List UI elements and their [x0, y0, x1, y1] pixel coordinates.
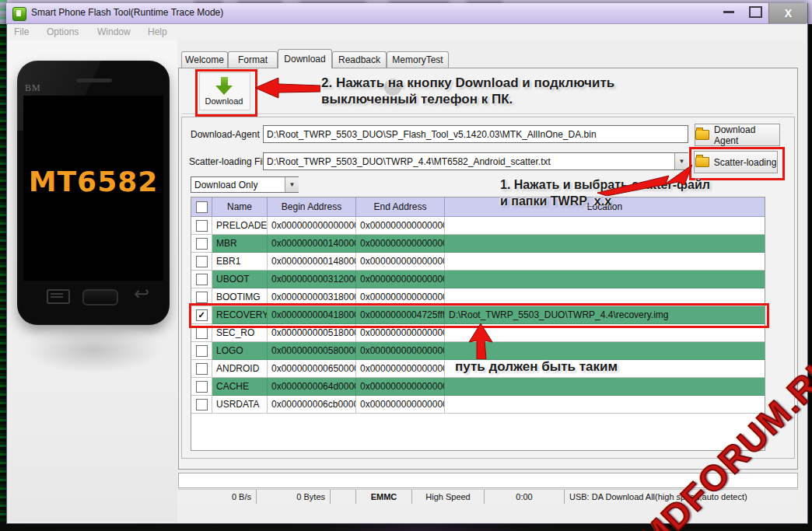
row-checkbox[interactable]	[196, 399, 208, 410]
phone-brand-label: BM	[25, 82, 41, 94]
status-storage: EMMC	[356, 490, 412, 504]
cell-begin-address: 0x0000000000000000	[268, 217, 356, 235]
cell-begin-address: 0x0000000001400000	[268, 235, 356, 253]
row-checkbox-cell	[191, 217, 212, 235]
row-checkbox[interactable]	[196, 274, 208, 285]
cell-name: CACHE	[212, 378, 268, 396]
cell-end-address: 0x0000000000000000	[356, 253, 445, 271]
row-checkbox[interactable]	[196, 256, 208, 267]
cell-end-address: 0x0000000000000000	[356, 378, 445, 396]
cell-name: LOGO	[212, 342, 268, 360]
table-row-uboot[interactable]: UBOOT0x00000000031200000x000000000000000…	[191, 271, 765, 288]
phone-chip-label: MT6582	[23, 166, 163, 197]
minimize-button[interactable]	[723, 11, 734, 13]
phone-screen: MT6582	[23, 96, 163, 281]
annotation-path-note: путь должен быть таким	[455, 359, 618, 375]
download-mode-select[interactable]	[191, 176, 299, 193]
annotation-step2-line2: выключенный телефон к ПК.	[321, 92, 513, 107]
header-begin[interactable]: Begin Address	[268, 197, 356, 216]
screenshot-root: Smart Phone Flash Tool(Runtime Trace Mod…	[0, 0, 812, 531]
annotation-arrow-to-recovery	[468, 323, 493, 359]
table-row-preloader[interactable]: PRELOADER0x00000000000000000x00000000000…	[191, 217, 765, 235]
cell-end-address: 0x0000000000000000	[356, 396, 445, 414]
cell-name: USRDATA	[212, 396, 268, 414]
download-agent-button-label: Download Agent	[714, 124, 779, 146]
table-header-row: Name Begin Address End Address Location	[191, 197, 765, 217]
download-agent-button[interactable]: Download Agent	[695, 124, 780, 146]
cell-name: ANDROID	[212, 360, 268, 378]
cell-location	[445, 253, 765, 271]
window-title: Smart Phone Flash Tool(Runtime Trace Mod…	[31, 7, 223, 18]
row-checkbox[interactable]	[196, 292, 208, 303]
scatter-file-label: Scatter-loading File	[189, 156, 269, 167]
download-agent-label: Download-Agent	[191, 129, 260, 140]
cell-end-address: 0x0000000000000000	[356, 217, 445, 235]
cell-name: MBR	[212, 235, 268, 253]
app-icon	[12, 7, 26, 21]
status-bytes: 0 Bytes	[257, 490, 331, 504]
row-checkbox[interactable]	[196, 327, 208, 339]
row-checkbox[interactable]	[196, 220, 208, 232]
maximize-button[interactable]	[749, 6, 762, 18]
select-all-checkbox-cell[interactable]	[191, 197, 212, 216]
row-checkbox[interactable]	[196, 238, 208, 250]
row-checkbox-cell	[191, 342, 212, 360]
row-checkbox[interactable]	[196, 345, 208, 357]
cell-location	[445, 235, 765, 253]
tab-welcome[interactable]: Welcome	[181, 51, 228, 68]
menu-window[interactable]: Window	[97, 26, 131, 37]
header-end[interactable]: End Address	[356, 197, 445, 216]
cell-location	[445, 378, 765, 396]
annotation-step2-line1: 2. Нажать на кнопку Download и подключит…	[321, 75, 614, 91]
annotation-arrow-to-scatter	[597, 162, 692, 196]
cell-name: EBR1	[212, 253, 268, 271]
row-checkbox-cell	[191, 378, 212, 396]
cell-location	[445, 217, 765, 235]
phone-home-button-icon	[82, 289, 118, 306]
table-row-ebr1[interactable]: EBR10x00000000014800000x0000000000000000	[191, 253, 765, 271]
table-row-mbr[interactable]: MBR0x00000000014000000x0000000000000000	[191, 235, 765, 253]
row-checkbox[interactable]	[196, 381, 208, 393]
row-checkbox-cell	[191, 253, 212, 271]
phone-earpiece	[76, 79, 112, 82]
cell-begin-address: 0x000000006cb00000	[268, 396, 356, 414]
cell-name: UBOOT	[212, 271, 268, 288]
phone-image: BM MT6582 ↩	[17, 61, 170, 325]
menu-help[interactable]: Help	[148, 26, 167, 37]
cell-end-address: 0x0000000000000000	[356, 342, 445, 360]
table-row-usrdata[interactable]: USRDATA0x000000006cb000000x0000000000000…	[191, 396, 765, 414]
download-button-label: Download	[199, 96, 249, 106]
status-speed: 0 B/s	[178, 490, 257, 504]
download-agent-input[interactable]	[263, 125, 688, 143]
phone-back-button-icon: ↩	[134, 283, 149, 305]
download-arrow-icon	[221, 77, 228, 86]
download-arrow-icon	[215, 86, 233, 95]
cell-end-address: 0x0000000000000000	[356, 235, 445, 253]
tab-readback[interactable]: Readback	[332, 51, 387, 68]
row-checkbox[interactable]	[196, 363, 208, 375]
cell-end-address: 0x0000000000000000	[356, 360, 445, 378]
row-checkbox-cell	[191, 271, 212, 288]
tab-memorytest[interactable]: MemoryTest	[387, 51, 449, 68]
row-checkbox-cell	[191, 235, 212, 253]
status-empty	[331, 490, 356, 504]
status-usb-speed: High Speed	[412, 490, 485, 504]
mode-dropdown-arrow-icon[interactable]: ▼	[285, 177, 299, 192]
tab-format[interactable]: Format	[228, 51, 278, 68]
cell-name: PRELOADER	[212, 217, 268, 235]
menu-options[interactable]: Options	[47, 26, 79, 37]
cell-location	[445, 396, 765, 414]
close-button[interactable]: X	[768, 3, 807, 23]
header-name[interactable]: Name	[212, 197, 268, 216]
select-all-checkbox[interactable]	[196, 201, 208, 213]
annotation-step1-line2: и папки TWRP_х.х	[500, 194, 611, 208]
cell-begin-address: 0x0000000005800000	[268, 342, 356, 360]
table-row-cache[interactable]: CACHE0x0000000064d000000x000000000000000…	[191, 378, 765, 396]
menu-file[interactable]: File	[14, 26, 29, 37]
cell-begin-address: 0x0000000064d00000	[268, 378, 356, 396]
phone-reflection	[23, 327, 163, 373]
tab-download[interactable]: Download	[278, 49, 332, 68]
row-checkbox-cell	[191, 396, 212, 414]
annotation-arrow-to-download	[255, 78, 320, 100]
phone-menu-button-icon	[47, 289, 70, 304]
